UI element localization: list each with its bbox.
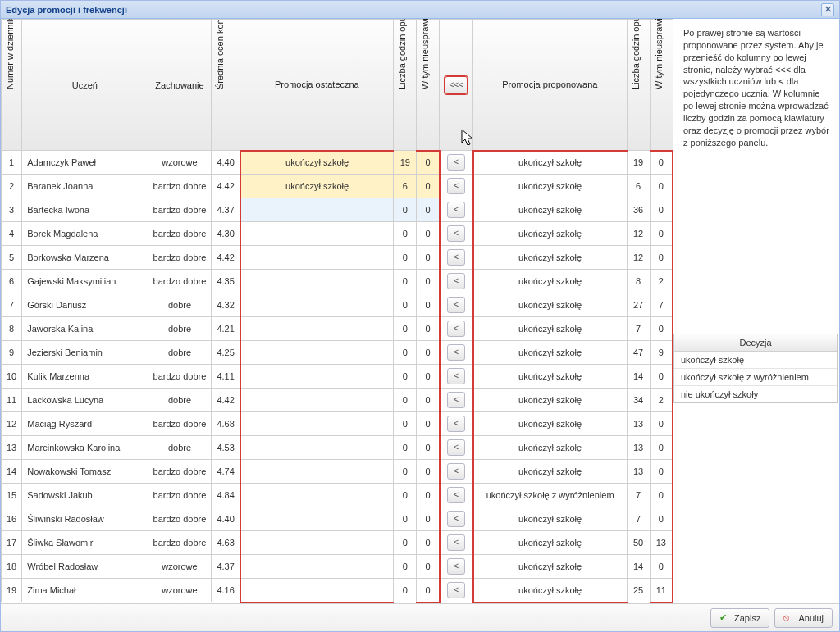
cell-final-lg[interactable]: 19 [394, 151, 417, 175]
cell-final-wt[interactable]: 0 [417, 389, 440, 412]
apply-row-button[interactable]: < [447, 178, 465, 194]
cell-final-decision[interactable] [240, 579, 394, 602]
cell-final-wt[interactable]: 0 [417, 246, 440, 270]
apply-row-button[interactable]: < [447, 463, 465, 480]
cell-final-decision[interactable] [240, 389, 394, 412]
cell-final-wt[interactable]: 0 [417, 412, 440, 436]
cell-final-wt[interactable]: 0 [417, 293, 440, 317]
cell-final-decision[interactable] [240, 436, 394, 460]
apply-row-button[interactable]: < [447, 225, 465, 242]
apply-row-button[interactable]: < [447, 297, 465, 313]
apply-all-button[interactable]: <<< [445, 76, 468, 94]
cell-final-lg[interactable]: 0 [394, 270, 417, 293]
cell-final-wt[interactable]: 0 [417, 365, 440, 389]
cell-final-lg[interactable]: 0 [394, 507, 417, 531]
apply-row-button[interactable]: < [447, 273, 465, 289]
cell-final-lg[interactable]: 0 [394, 436, 417, 460]
cell-final-decision[interactable] [240, 246, 394, 270]
apply-row-button[interactable]: < [447, 487, 465, 503]
cell-final-wt[interactable]: 0 [417, 579, 440, 602]
cell-final-lg[interactable]: 0 [394, 389, 417, 412]
cell-final-decision[interactable] [240, 317, 394, 341]
cell-final-wt[interactable]: 0 [417, 151, 440, 175]
cell-final-decision[interactable]: ukończył szkołę [240, 175, 394, 198]
table-row[interactable]: 13Marcinkowska Karolinadobre4.5300<ukońc… [2, 436, 673, 460]
cell-final-decision[interactable] [240, 555, 394, 579]
apply-row-button[interactable]: < [447, 368, 465, 384]
apply-row-button[interactable]: < [447, 534, 465, 551]
cell-final-wt[interactable]: 0 [417, 507, 440, 531]
cell-final-lg[interactable]: 0 [394, 365, 417, 389]
cell-final-wt[interactable]: 0 [417, 460, 440, 484]
apply-row-button[interactable]: < [447, 249, 465, 266]
table-row[interactable]: 9Jezierski Beniamindobre4.2500<ukończył … [2, 341, 673, 365]
table-row[interactable]: 7Górski Dariuszdobre4.3200<ukończył szko… [2, 293, 673, 317]
apply-row-button[interactable]: < [447, 202, 465, 218]
table-row[interactable]: 3Bartecka Iwonabardzo dobre4.3700<ukończ… [2, 198, 673, 222]
decision-option[interactable]: ukończył szkołę z wyróżnieniem [674, 369, 837, 386]
table-row[interactable]: 4Borek Magdalenabardzo dobre4.3000<ukońc… [2, 222, 673, 246]
cell-final-decision[interactable] [240, 198, 394, 222]
cell-final-decision[interactable] [240, 507, 394, 531]
table-row[interactable]: 6Gajewski Maksymilianbardzo dobre4.3500<… [2, 270, 673, 293]
apply-row-button[interactable]: < [447, 439, 465, 456]
table-row[interactable]: 19Zima Michałwzorowe4.1600<ukończył szko… [2, 579, 673, 602]
cell-final-wt[interactable]: 0 [417, 270, 440, 293]
table-row[interactable]: 15Sadowski Jakubbardzo dobre4.8400<ukońc… [2, 484, 673, 507]
cell-final-wt[interactable]: 0 [417, 341, 440, 365]
cell-final-decision[interactable] [240, 460, 394, 484]
table-row[interactable]: 10Kulik Marzennabardzo dobre4.1100<ukońc… [2, 365, 673, 389]
cell-final-decision[interactable] [240, 341, 394, 365]
save-button[interactable]: ✔ Zapisz [710, 608, 769, 628]
cell-final-decision[interactable] [240, 270, 394, 293]
cell-final-wt[interactable]: 0 [417, 531, 440, 555]
decision-option[interactable]: ukończył szkołę [674, 352, 837, 369]
apply-row-button[interactable]: < [447, 392, 465, 408]
cell-final-wt[interactable]: 0 [417, 436, 440, 460]
cell-final-decision[interactable] [240, 365, 394, 389]
cancel-button[interactable]: ⦸ Anuluj [774, 608, 833, 628]
cell-final-lg[interactable]: 0 [394, 460, 417, 484]
cell-final-wt[interactable]: 0 [417, 222, 440, 246]
cell-final-lg[interactable]: 0 [394, 531, 417, 555]
apply-row-button[interactable]: < [447, 321, 465, 337]
table-row[interactable]: 8Jaworska Kalinadobre4.2100<ukończył szk… [2, 317, 673, 341]
cell-final-lg[interactable]: 0 [394, 579, 417, 602]
table-row[interactable]: 12Maciąg Ryszardbardzo dobre4.6800<ukońc… [2, 412, 673, 436]
cell-final-lg[interactable]: 0 [394, 484, 417, 507]
table-row[interactable]: 11Lackowska Lucynadobre4.4200<ukończył s… [2, 389, 673, 412]
decision-option[interactable]: nie ukończył szkoły [674, 386, 837, 402]
cell-final-wt[interactable]: 0 [417, 555, 440, 579]
table-row[interactable]: 2Baranek Joannabardzo dobre4.42ukończył … [2, 175, 673, 198]
apply-row-button[interactable]: < [447, 511, 465, 527]
apply-row-button[interactable]: < [447, 154, 465, 171]
cell-final-lg[interactable]: 0 [394, 317, 417, 341]
cell-final-lg[interactable]: 6 [394, 175, 417, 198]
table-row[interactable]: 17Śliwka Sławomirbardzo dobre4.6300<ukoń… [2, 531, 673, 555]
cell-final-lg[interactable]: 0 [394, 246, 417, 270]
close-button[interactable]: ✕ [821, 3, 834, 16]
cell-final-lg[interactable]: 0 [394, 555, 417, 579]
cell-final-lg[interactable]: 0 [394, 293, 417, 317]
cell-final-lg[interactable]: 0 [394, 341, 417, 365]
apply-row-button[interactable]: < [447, 582, 465, 598]
cell-final-lg[interactable]: 0 [394, 222, 417, 246]
cell-final-decision[interactable] [240, 412, 394, 436]
cell-final-lg[interactable]: 0 [394, 198, 417, 222]
table-row[interactable]: 18Wróbel Radosławwzorowe4.3700<ukończył … [2, 555, 673, 579]
cell-final-decision[interactable]: ukończył szkołę [240, 151, 394, 175]
cell-final-wt[interactable]: 0 [417, 175, 440, 198]
table-row[interactable]: 5Borkowska Marzenabardzo dobre4.4200<uko… [2, 246, 673, 270]
cell-final-decision[interactable] [240, 531, 394, 555]
table-row[interactable]: 16Śliwiński Radosławbardzo dobre4.4000<u… [2, 507, 673, 531]
cell-final-wt[interactable]: 0 [417, 317, 440, 341]
cell-final-decision[interactable] [240, 222, 394, 246]
apply-row-button[interactable]: < [447, 344, 465, 361]
cell-final-wt[interactable]: 0 [417, 198, 440, 222]
table-row[interactable]: 14Nowakowski Tomaszbardzo dobre4.7400<uk… [2, 460, 673, 484]
cell-final-lg[interactable]: 0 [394, 412, 417, 436]
table-container[interactable]: Numer w dzienniku Uczeń Zachowanie Średn… [1, 19, 673, 603]
table-row[interactable]: 1Adamczyk Pawełwzorowe4.40ukończył szkoł… [2, 151, 673, 175]
cell-final-decision[interactable] [240, 293, 394, 317]
apply-row-button[interactable]: < [447, 558, 465, 575]
